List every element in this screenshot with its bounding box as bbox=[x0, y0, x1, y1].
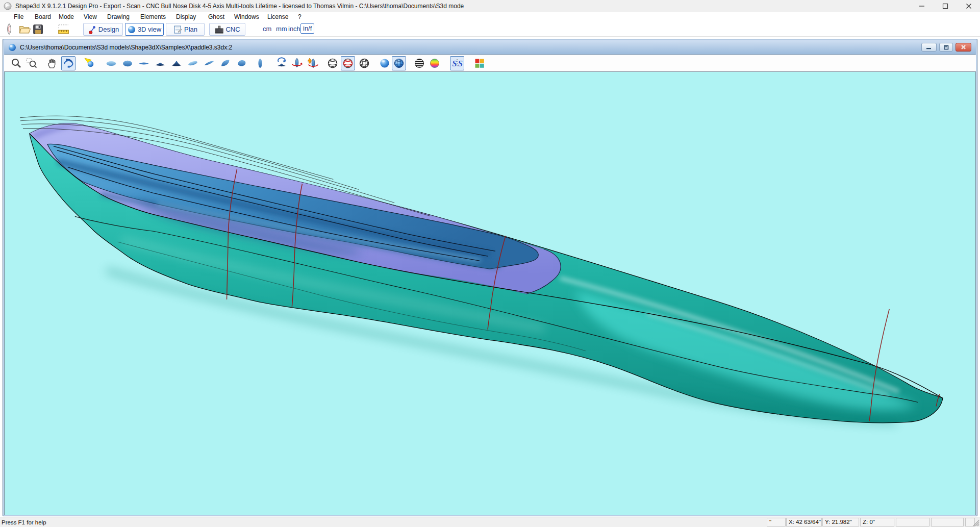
doc-minimize-button[interactable] bbox=[921, 43, 937, 52]
doc-restore-icon bbox=[944, 45, 949, 50]
wire-red-sphere-button[interactable] bbox=[341, 56, 355, 70]
rotate-vertical-icon bbox=[306, 57, 318, 69]
viewport-3d[interactable] bbox=[4, 71, 976, 515]
view-profile-button[interactable] bbox=[253, 56, 267, 70]
document-titlebar[interactable]: C:\Users\thoma\Documents\S3d models\Shap… bbox=[4, 40, 976, 55]
main-titlebar: Shape3d X 9.1.2.1 Design Pro - Export - … bbox=[0, 0, 980, 12]
view-top-persp-icon bbox=[186, 57, 199, 69]
zoom-icon bbox=[10, 57, 22, 69]
app-logo-icon bbox=[4, 2, 12, 10]
zoom-tool-button[interactable] bbox=[9, 56, 23, 70]
view-front-button[interactable] bbox=[152, 56, 168, 70]
striped-sphere-button[interactable] bbox=[412, 56, 426, 70]
doc-restore-button[interactable] bbox=[939, 43, 953, 52]
status-x-coordinate: X: 42 63/64" bbox=[786, 518, 822, 526]
3d-view-mode-button[interactable]: 3D view bbox=[125, 23, 164, 36]
unit-inch[interactable]: inch bbox=[288, 24, 300, 34]
flow-lines-button[interactable]: S S bbox=[450, 56, 464, 70]
3d-view-label: 3D view bbox=[138, 26, 161, 33]
close-icon bbox=[966, 3, 972, 9]
view-back-icon bbox=[170, 57, 183, 69]
save-icon[interactable] bbox=[32, 23, 44, 35]
status-empty-cell-2 bbox=[931, 518, 964, 526]
flip-view-button[interactable] bbox=[274, 56, 289, 70]
rotate-horizontal-button[interactable] bbox=[290, 56, 304, 70]
sphere-rainbow-icon bbox=[429, 57, 441, 69]
menu-view[interactable]: View bbox=[82, 12, 99, 22]
menu-drawing[interactable]: Drawing bbox=[105, 12, 132, 22]
view-bottom-icon bbox=[121, 57, 134, 69]
design-mode-button[interactable]: Design bbox=[83, 23, 123, 36]
design-label: Design bbox=[98, 26, 119, 33]
solid-sphere-button[interactable] bbox=[378, 56, 392, 70]
view-top-persp-button[interactable] bbox=[185, 56, 201, 70]
color-palette-button[interactable] bbox=[472, 56, 487, 70]
view-side-icon bbox=[137, 57, 150, 69]
menu-elements[interactable]: Elements bbox=[138, 12, 168, 22]
sphere-mesh-icon bbox=[358, 57, 370, 69]
light-tool-button[interactable] bbox=[83, 56, 97, 70]
zoom-window-button[interactable] bbox=[24, 56, 39, 70]
measure-icon[interactable] bbox=[57, 23, 69, 35]
menu-file[interactable]: File bbox=[12, 12, 26, 22]
window-title: Shape3d X 9.1.2.1 Design Pro - Export - … bbox=[15, 3, 464, 10]
board-3d-render bbox=[5, 72, 975, 515]
rainbow-sphere-button[interactable] bbox=[428, 56, 442, 70]
view-volume-icon bbox=[235, 57, 248, 69]
menu-ghost[interactable]: Ghost bbox=[206, 12, 227, 22]
main-toolbar: Design 3D view Plan CNC bbox=[0, 22, 980, 37]
view-profile-icon bbox=[254, 57, 266, 69]
menu-display[interactable]: Display bbox=[174, 12, 198, 22]
menu-license[interactable]: License bbox=[265, 12, 290, 22]
doc-close-icon bbox=[961, 44, 966, 50]
mesh-sphere-button[interactable] bbox=[357, 56, 371, 70]
unit-cm[interactable]: cm bbox=[263, 24, 271, 34]
pan-hand-icon bbox=[46, 57, 58, 69]
view-side-button[interactable] bbox=[136, 56, 152, 70]
new-board-icon[interactable] bbox=[3, 23, 15, 35]
status-bar: Press F1 for help " X: 42 63/64" Y: 21.9… bbox=[0, 517, 980, 527]
status-help-text: Press F1 for help bbox=[2, 518, 46, 526]
status-z-coordinate: Z: 0" bbox=[860, 518, 894, 526]
maximize-icon bbox=[942, 3, 948, 9]
open-file-icon[interactable] bbox=[18, 23, 31, 35]
view-quarter-button[interactable] bbox=[217, 56, 234, 70]
rotate-3d-icon bbox=[62, 57, 74, 69]
doc-close-button[interactable] bbox=[956, 43, 971, 52]
view-side-persp-button[interactable] bbox=[201, 56, 217, 70]
unit-mm[interactable]: mm bbox=[276, 24, 287, 34]
view-back-button[interactable] bbox=[168, 56, 185, 70]
rotate-3d-tool-button[interactable] bbox=[61, 56, 76, 70]
svg-text:S: S bbox=[453, 59, 457, 67]
wireframe-sphere-button[interactable] bbox=[325, 56, 340, 70]
cnc-mode-button[interactable]: CNC bbox=[209, 23, 245, 36]
menu-help[interactable]: ? bbox=[296, 12, 304, 22]
flip-view-icon bbox=[275, 57, 288, 69]
menu-windows[interactable]: Windows bbox=[232, 12, 261, 22]
menu-board[interactable]: Board bbox=[33, 12, 53, 22]
view-volume-button[interactable] bbox=[234, 56, 250, 70]
document-sphere-icon bbox=[8, 43, 16, 52]
unit-in-f[interactable]: in/f bbox=[300, 23, 314, 34]
cnc-label: CNC bbox=[225, 26, 240, 33]
view-front-icon bbox=[154, 57, 167, 69]
plan-mode-button[interactable]: Plan bbox=[166, 23, 205, 36]
view-bottom-button[interactable] bbox=[119, 56, 136, 70]
status-y-coordinate: Y: 21.982" bbox=[822, 518, 859, 526]
view-top-button[interactable] bbox=[103, 56, 119, 70]
view-quarter-icon bbox=[219, 57, 232, 69]
rotate-vertical-button[interactable] bbox=[305, 56, 319, 70]
sphere-striped-icon bbox=[413, 57, 425, 69]
mdi-client: C:\Users\thoma\Documents\S3d models\Shap… bbox=[0, 37, 980, 517]
svg-text:S: S bbox=[458, 59, 463, 67]
view-toolbar: S S bbox=[4, 55, 976, 71]
minimize-button[interactable] bbox=[910, 0, 933, 12]
maximize-button[interactable] bbox=[934, 0, 957, 12]
mesh-blue-sphere-button[interactable] bbox=[392, 56, 406, 70]
menu-mode[interactable]: Mode bbox=[57, 12, 76, 22]
close-button[interactable] bbox=[957, 0, 980, 12]
pan-tool-button[interactable] bbox=[45, 56, 59, 70]
color-palette-icon bbox=[473, 57, 486, 69]
document-controls bbox=[921, 43, 971, 52]
resize-grip-icon[interactable] bbox=[972, 519, 979, 526]
